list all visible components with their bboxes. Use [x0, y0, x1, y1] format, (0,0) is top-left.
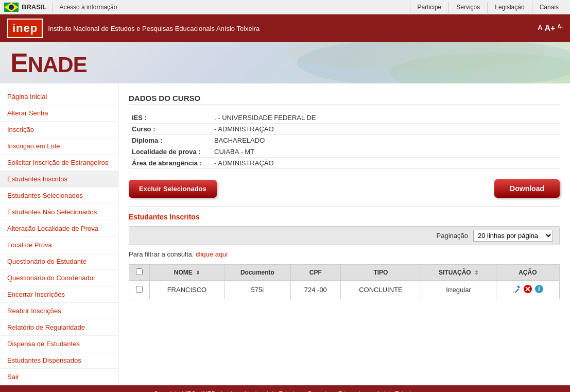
enade-rest: NADE: [28, 53, 87, 77]
course-label-curso: Curso :: [129, 124, 211, 135]
course-value-ies: . - UNIVERSIDADE FEDERAL DE: [211, 112, 560, 124]
content-area: DADOS DO CURSO IES : . - UNIVERSIDADE FE…: [118, 83, 570, 385]
course-info-row-ies: IES : . - UNIVERSIDADE FEDERAL DE: [129, 112, 560, 124]
sidebar-item-relatorio-regularidade[interactable]: Relatório de Regularidade: [0, 319, 118, 336]
course-label-localidade: Localidade de prova :: [129, 146, 211, 158]
sidebar-item-estudantes-selecionados[interactable]: Estudantes Selecionados: [0, 188, 118, 204]
nav-canais[interactable]: Canais: [532, 2, 566, 13]
section-title: DADOS DO CURSO: [129, 94, 560, 105]
sidebar-item-alterar-senha[interactable]: Alterar Senha: [0, 105, 118, 122]
course-info-row-area: Área de abrangência : - ADMINISTRAÇÃO: [129, 158, 560, 169]
sidebar-item-estudantes-dispensados[interactable]: Estudantes Dispensados: [0, 352, 118, 369]
svg-marker-4: [517, 285, 520, 288]
sidebar: Página Inicial Alterar Senha Inscrição I…: [0, 83, 118, 385]
enade-banner: ENADE: [0, 42, 570, 83]
course-info-row-diploma: Diploma : BACHARELADO: [129, 135, 560, 146]
course-value-diploma: BACHARELADO: [211, 135, 560, 146]
course-value-area: - ADMINISTRAÇÃO: [211, 158, 560, 169]
enade-logo: ENADE: [10, 47, 87, 78]
info-icon[interactable]: i: [534, 284, 544, 295]
acesso-info-label: Acesso à informação: [59, 4, 117, 11]
footer: Copyright MEC - INEP - Instituto Naciona…: [0, 385, 570, 392]
brasil-label: BRASIL: [22, 3, 46, 11]
row-situacao: Irregular: [421, 281, 496, 299]
inep-header: inep Instituto Nacional de Estudos e Pes…: [0, 14, 570, 42]
nav-legislacao[interactable]: Legislação: [487, 2, 531, 13]
filter-text-label: Para filtrar a consulta.: [129, 250, 194, 258]
sidebar-item-pagina-inicial[interactable]: Página Inicial: [0, 89, 118, 105]
course-info-row-localidade: Localidade de prova : CUIABA - MT: [129, 146, 560, 158]
nav-servicos[interactable]: Serviços: [448, 2, 487, 13]
row-nome: FRANCISCO: [150, 281, 224, 299]
col-situacao-header: SITUAÇÃO ⇕: [421, 265, 496, 281]
svg-rect-3: [515, 288, 519, 293]
pagination-row: Paginação 20 linhas por página 50 linhas…: [129, 226, 560, 245]
delete-icon[interactable]: [523, 284, 532, 295]
row-cpf: 724 -00: [290, 281, 340, 299]
row-checkbox[interactable]: [136, 286, 143, 293]
inep-logo: inep: [7, 19, 43, 38]
course-value-localidade: CUIABA - MT: [211, 146, 560, 158]
action-buttons-row: Excluir Selecionados Download: [129, 179, 560, 198]
col-documento-header: Documento: [224, 265, 290, 281]
col-tipo-header: TIPO: [340, 265, 421, 281]
font-normal-button[interactable]: A: [538, 24, 542, 33]
col-cpf-header: CPF: [290, 265, 340, 281]
sidebar-item-dispensa-estudantes[interactable]: Dispensa de Estudantes: [0, 336, 118, 352]
sidebar-item-inscricao-lote[interactable]: Inscrição em Lote: [0, 138, 118, 155]
col-nome-header: NOME ⇕: [150, 265, 224, 281]
brasil-section: BRASIL: [4, 3, 53, 12]
sidebar-item-questionario-coordenador[interactable]: Questionário do Coordenador: [0, 270, 118, 286]
font-size-controls: A A+ A-: [538, 24, 563, 33]
sidebar-item-encerrar-inscricoes[interactable]: Encerrar Inscrições: [0, 286, 118, 303]
content-divider: [129, 206, 560, 207]
enade-e-letter: E: [10, 47, 28, 78]
course-label-ies: IES :: [129, 112, 211, 124]
download-button[interactable]: Download: [494, 179, 560, 198]
table-row: FRANCISCO 575i 724 -00 CONCLUINTE Irregu…: [129, 281, 560, 299]
inep-logo-area: inep Instituto Nacional de Estudos e Pes…: [7, 19, 260, 38]
course-label-diploma: Diploma :: [129, 135, 211, 146]
row-documento: 575i: [224, 281, 290, 299]
nav-participe[interactable]: Participe: [410, 2, 449, 13]
select-all-checkbox[interactable]: [136, 268, 143, 275]
course-info-row-curso: Curso : - ADMINISTRAÇÃO: [129, 124, 560, 135]
course-label-area: Área de abrangência :: [129, 158, 211, 169]
students-title: Estudantes Inscritos: [129, 213, 560, 221]
filter-link[interactable]: clique aqui: [196, 250, 228, 258]
sidebar-item-inscricao-estrangeiros[interactable]: Solicitar Inscrição de Estrangeiros: [0, 155, 118, 171]
svg-text:i: i: [538, 285, 540, 293]
row-acoes: i: [496, 281, 559, 299]
course-value-curso: - ADMINISTRAÇÃO: [211, 124, 560, 135]
sidebar-item-alteracao-localidade[interactable]: Alteração Localidade de Prova: [0, 220, 118, 237]
inep-title: Instituto Nacional de Estudos e Pesquisa…: [48, 25, 260, 32]
sidebar-item-inscricao[interactable]: Inscrição: [0, 122, 118, 138]
edit-icon[interactable]: [512, 284, 521, 295]
action-icons-group: i: [502, 284, 554, 295]
col-checkbox-header: [129, 265, 150, 281]
sidebar-item-estudantes-inscritos[interactable]: Estudantes Inscritos: [0, 171, 118, 188]
svg-marker-5: [513, 292, 514, 293]
top-bar: BRASIL Acesso à informação Participe Ser…: [0, 0, 570, 14]
sidebar-item-sair[interactable]: Sair: [0, 369, 118, 385]
sidebar-item-estudantes-nao-selecionados[interactable]: Estudantes Não Selecionados: [0, 204, 118, 220]
main-layout: Página Inicial Alterar Senha Inscrição I…: [0, 83, 570, 385]
col-acao-header: AÇÃO: [496, 265, 559, 281]
course-info-table: IES : . - UNIVERSIDADE FEDERAL DE Curso …: [129, 112, 560, 169]
sidebar-item-reabrir-inscricoes[interactable]: Reabrir Inscrições: [0, 303, 118, 319]
sidebar-item-questionario-estudante[interactable]: Questionário do Estudante: [0, 253, 118, 270]
sidebar-item-local-prova[interactable]: Local de Prova: [0, 237, 118, 253]
font-small-button[interactable]: A-: [557, 24, 563, 33]
font-large-button[interactable]: A+: [545, 24, 556, 33]
row-tipo: CONCLUINTE: [340, 281, 421, 299]
row-checkbox-cell: [129, 281, 150, 299]
pagination-select[interactable]: 20 linhas por página 50 linhas por págin…: [473, 230, 553, 242]
pagination-label: Paginação: [437, 232, 468, 240]
filter-text: Para filtrar a consulta. clique aqui: [129, 250, 560, 258]
excluir-selecionados-button[interactable]: Excluir Selecionados: [129, 180, 217, 198]
table-header-row: NOME ⇕ Documento CPF TIPO SITUAÇÃO ⇕ AÇÃ…: [129, 265, 560, 281]
students-table: NOME ⇕ Documento CPF TIPO SITUAÇÃO ⇕ AÇÃ…: [129, 264, 560, 299]
brazil-flag-icon: [4, 3, 19, 12]
top-nav-links: Participe Serviços Legislação Canais: [410, 2, 566, 13]
situacao-sort-icon: ⇕: [474, 270, 478, 276]
